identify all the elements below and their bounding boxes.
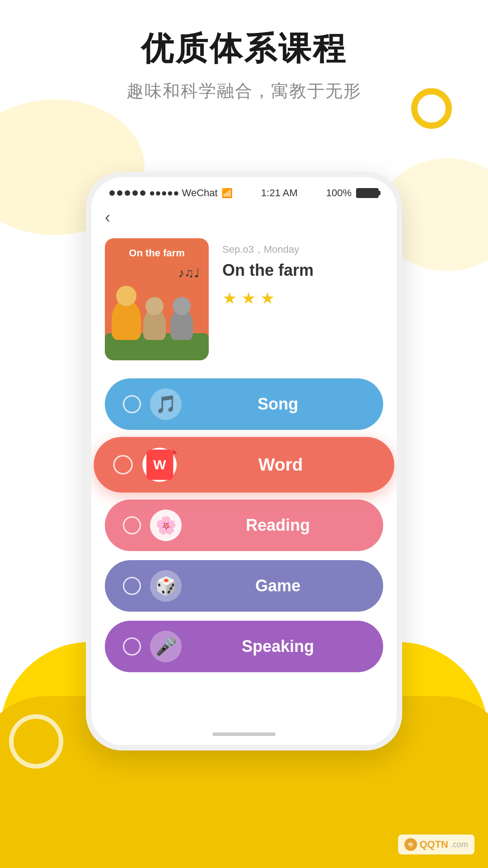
thumbnail-title: On the farm [105, 247, 209, 259]
game-icon: 🎲 [150, 570, 182, 602]
white-circle-decoration [9, 714, 63, 769]
char3-head [173, 297, 191, 315]
word-button[interactable]: W Word [94, 437, 394, 492]
back-button[interactable]: ‹ [91, 203, 397, 229]
character-3 [170, 308, 193, 340]
status-left: ●●●●● WeChat 📶 [109, 187, 233, 199]
header-section: 优质体系课程 趣味和科学融合，寓教于无形 [0, 27, 488, 103]
song-icon: 🎵 [150, 388, 182, 420]
song-label: Song [191, 395, 365, 414]
watermark-text: QQTN [419, 839, 448, 850]
dot-5 [140, 190, 145, 196]
dot-1 [109, 190, 115, 196]
watermark-domain: .com [450, 840, 468, 849]
word-radio [113, 455, 133, 474]
status-bar: ●●●●● WeChat 📶 1:21 AM 100% [91, 177, 397, 203]
course-thumbnail[interactable]: On the farm ♪♫♩ [105, 238, 209, 360]
song-radio [123, 395, 141, 413]
char1-head [116, 286, 136, 306]
word-label: Word [187, 454, 375, 475]
course-stars: ★ ★ ★ [222, 289, 383, 308]
reading-button[interactable]: 🌸 Reading [105, 500, 383, 551]
character-2 [143, 308, 166, 340]
character-1 [112, 299, 141, 340]
game-label: Game [191, 576, 365, 595]
page-subtitle: 趣味和科学融合，寓教于无形 [0, 80, 488, 103]
word-card: W [146, 450, 173, 480]
speaking-button[interactable]: 🎤 Speaking [105, 621, 383, 672]
star-3: ★ [260, 289, 275, 308]
status-right: 100% [326, 187, 379, 199]
reading-icon: 🌸 [150, 509, 182, 541]
game-radio [123, 577, 141, 595]
svg-text:牛: 牛 [408, 842, 414, 848]
watermark-logo-icon: 牛 [404, 838, 417, 851]
wifi-icon: 📶 [221, 188, 233, 198]
star-1: ★ [222, 289, 237, 308]
dot-3 [125, 190, 130, 196]
course-card: On the farm ♪♫♩ Sep.o3，Mon [91, 229, 397, 365]
game-button[interactable]: 🎲 Game [105, 560, 383, 612]
page-title: 优质体系课程 [0, 27, 488, 71]
farm-illustration [105, 270, 209, 360]
battery-percent: 100% [326, 187, 352, 199]
reading-label: Reading [191, 516, 365, 535]
song-button[interactable]: 🎵 Song [105, 378, 383, 430]
watermark: 牛 QQTN .com [398, 835, 474, 854]
speaking-label: Speaking [191, 637, 365, 656]
course-info: Sep.o3，Monday On the farm ★ ★ ★ [222, 238, 383, 308]
phone-inner: ●●●●● WeChat 📶 1:21 AM 100% ‹ On the far… [91, 177, 397, 745]
status-time: 1:21 AM [261, 187, 298, 199]
dot-4 [132, 190, 138, 196]
signal-dots [109, 190, 145, 196]
char2-head [145, 297, 164, 315]
phone-mockup: ●●●●● WeChat 📶 1:21 AM 100% ‹ On the far… [86, 172, 402, 750]
reading-radio [123, 516, 141, 534]
word-icon: W [142, 448, 177, 482]
carrier-label: ●●●●● WeChat [149, 187, 218, 199]
home-indicator [212, 732, 276, 736]
course-title: On the farm [222, 261, 383, 280]
speaking-radio [123, 637, 141, 656]
dot-2 [117, 190, 122, 196]
course-date: Sep.o3，Monday [222, 243, 383, 256]
activities-list: 🎵 Song W Word 🌸 Reading 🎲 Ga [91, 365, 397, 681]
star-2: ★ [241, 289, 256, 308]
speaking-icon: 🎤 [150, 631, 182, 662]
battery-bar [356, 188, 379, 198]
